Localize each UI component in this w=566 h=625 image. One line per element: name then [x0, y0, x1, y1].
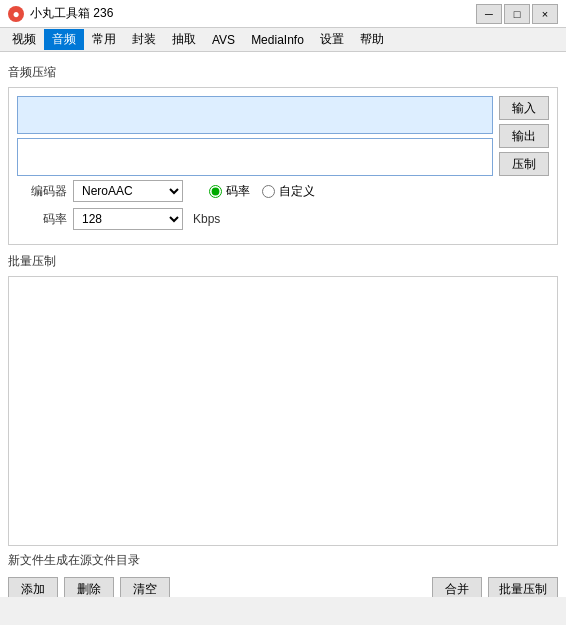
compress-button[interactable]: 压制	[499, 152, 549, 176]
mode-radio-group: 码率 自定义	[209, 183, 315, 200]
app-icon: ●	[8, 6, 24, 22]
menu-item-package[interactable]: 封装	[124, 29, 164, 50]
kbps-label: Kbps	[193, 212, 220, 226]
custom-radio-label: 自定义	[279, 183, 315, 200]
main-content: 音频压缩 输入 输出 压制 编码器 NeroAAC QAAC	[0, 52, 566, 597]
window-controls: ─ □ ×	[476, 4, 558, 24]
footer-label: 新文件生成在源文件目录	[8, 553, 140, 567]
bitrate-radio-label: 码率	[226, 183, 250, 200]
batch-compress-button[interactable]: 批量压制	[488, 577, 558, 597]
audio-compression-label: 音频压缩	[8, 64, 558, 81]
app-title: 小丸工具箱 236	[30, 5, 113, 22]
menu-item-mediainfo[interactable]: MediaInfo	[243, 31, 312, 49]
bitrate-radio[interactable]	[209, 185, 222, 198]
merge-button[interactable]: 合并	[432, 577, 482, 597]
menu-item-audio[interactable]: 音频	[44, 29, 84, 50]
audio-compression-box: 输入 输出 压制 编码器 NeroAAC QAAC FLAC MP3 码率	[8, 87, 558, 245]
title-bar-left: ● 小丸工具箱 236	[8, 5, 113, 22]
delete-button[interactable]: 删除	[64, 577, 114, 597]
encoder-label: 编码器	[17, 183, 67, 200]
action-buttons: 输入 输出 压制	[499, 96, 549, 176]
title-bar: ● 小丸工具箱 236 ─ □ ×	[0, 0, 566, 28]
batch-compression-label: 批量压制	[8, 253, 558, 270]
menu-item-avs[interactable]: AVS	[204, 31, 243, 49]
menu-item-video[interactable]: 视频	[4, 29, 44, 50]
minimize-button[interactable]: ─	[476, 4, 502, 24]
encoder-select[interactable]: NeroAAC QAAC FLAC MP3	[73, 180, 183, 202]
menu-bar: 视频 音频 常用 封装 抽取 AVS MediaInfo 设置 帮助	[0, 28, 566, 52]
bitrate-select[interactable]: 128 192 256 320 64 96	[73, 208, 183, 230]
clear-button[interactable]: 清空	[120, 577, 170, 597]
footer-right-buttons: 合并 批量压制	[432, 577, 558, 597]
batch-file-list[interactable]	[8, 276, 558, 546]
output-button[interactable]: 输出	[499, 124, 549, 148]
batch-compression-section: 批量压制 新文件生成在源文件目录 添加 删除 清空 合并 批量压制	[8, 253, 558, 597]
menu-item-extract[interactable]: 抽取	[164, 29, 204, 50]
audio-compression-section: 音频压缩 输入 输出 压制 编码器 NeroAAC QAAC	[8, 64, 558, 245]
input-output-fields	[17, 96, 493, 176]
bitrate-radio-item[interactable]: 码率	[209, 183, 250, 200]
bitrate-label: 码率	[17, 211, 67, 228]
custom-radio-item[interactable]: 自定义	[262, 183, 315, 200]
menu-item-settings[interactable]: 设置	[312, 29, 352, 50]
add-button[interactable]: 添加	[8, 577, 58, 597]
encoder-row: 编码器 NeroAAC QAAC FLAC MP3 码率 自定义	[17, 180, 549, 202]
maximize-button[interactable]: □	[504, 4, 530, 24]
menu-item-common[interactable]: 常用	[84, 29, 124, 50]
close-button[interactable]: ×	[532, 4, 558, 24]
footer-bar: 添加 删除 清空 合并 批量压制	[8, 573, 558, 597]
menu-item-help[interactable]: 帮助	[352, 29, 392, 50]
audio-output-field[interactable]	[17, 138, 493, 176]
input-button[interactable]: 输入	[499, 96, 549, 120]
audio-input-field[interactable]	[17, 96, 493, 134]
custom-radio[interactable]	[262, 185, 275, 198]
bitrate-row: 码率 128 192 256 320 64 96 Kbps	[17, 208, 549, 230]
